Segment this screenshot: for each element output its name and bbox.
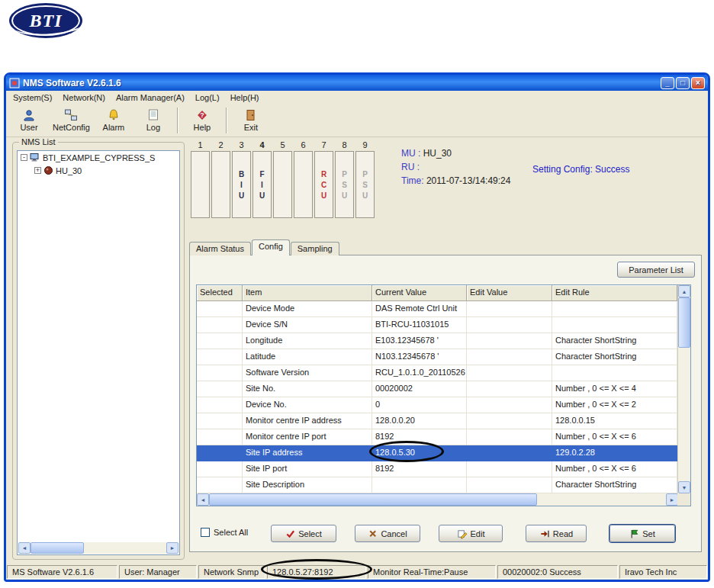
table-row[interactable]: Site IP address128.0.5.30129.0.2.28 xyxy=(197,445,677,461)
slot-card-8[interactable]: PSU xyxy=(335,151,354,218)
ru-label: RU : xyxy=(401,162,420,172)
scrollbar-thumb[interactable] xyxy=(31,542,84,554)
column-header-current-value[interactable]: Current Value xyxy=(372,285,467,301)
table-row[interactable]: Site DescriptionCharacter ShortString xyxy=(197,477,677,493)
table-cell-current: N103.12345678 ' xyxy=(372,349,467,365)
table-cell-edit_rule: 128.0.0.15 xyxy=(552,413,677,429)
table-cell-current: RCU_1.0.1.0_20110526 xyxy=(372,365,467,381)
slot-card-9[interactable]: PSU xyxy=(355,151,375,218)
scroll-left-arrow[interactable]: ◄ xyxy=(18,542,31,554)
cancel-button[interactable]: Cancel xyxy=(355,525,420,542)
tree-node-hu30[interactable]: + HU_30 xyxy=(18,164,179,177)
slot-card-7[interactable]: RCU xyxy=(314,151,333,218)
table-row[interactable]: LongitudeE103.12345678 'Character ShortS… xyxy=(197,333,677,349)
column-header-item[interactable]: Item xyxy=(243,285,372,301)
table-cell-current xyxy=(372,477,467,493)
scroll-right-arrow[interactable]: ► xyxy=(166,542,178,554)
menu-bar[interactable]: System(S)Network(N)Alarm Manager(A)Log(L… xyxy=(6,91,708,104)
status-last-result: 00020002:0 Success xyxy=(497,565,618,579)
menu-item-alarm-manager[interactable]: Alarm Manager(A) xyxy=(111,92,190,103)
toolbar-alarm-button[interactable]: Alarm xyxy=(94,105,133,136)
log-icon xyxy=(146,108,160,122)
table-row[interactable]: Device ModeDAS Remote Ctrl Unit xyxy=(197,301,677,317)
tree-horizontal-scrollbar[interactable]: ◄ ► xyxy=(18,542,178,554)
nms-tree[interactable]: - BTI_EXAMPLE_CYPRESS_S + HU_30 ◄ xyxy=(17,150,180,555)
select-button[interactable]: Select xyxy=(271,525,336,542)
tree-node-root[interactable]: - BTI_EXAMPLE_CYPRESS_S xyxy=(18,151,179,164)
toolbar-user-button[interactable]: User xyxy=(9,105,49,136)
tab-alarm-status[interactable]: Alarm Status xyxy=(189,242,251,255)
set-button[interactable]: Set xyxy=(609,525,675,542)
expand-icon[interactable]: + xyxy=(34,167,41,174)
toolbar: User NetConfig Alarm Log xyxy=(6,104,708,137)
select-all-label: Select All xyxy=(214,528,248,537)
menu-item-network[interactable]: Network(N) xyxy=(57,92,111,103)
check-icon xyxy=(285,529,295,538)
table-row[interactable]: Site No.00020002Number , 0 <= X <= 4 xyxy=(197,381,677,397)
table-vertical-scrollbar[interactable]: ▲ ▼ xyxy=(677,285,690,493)
column-header-edit-value[interactable]: Edit Value xyxy=(467,285,552,301)
toolbar-separator xyxy=(177,108,178,133)
scroll-right-arrow[interactable]: ► xyxy=(666,493,678,506)
column-header-selected[interactable]: Selected xyxy=(197,285,243,301)
scroll-up-arrow[interactable]: ▲ xyxy=(678,285,690,297)
table-row[interactable]: LatitudeN103.12345678 'Character ShortSt… xyxy=(197,349,677,365)
table-cell-item: Site No. xyxy=(243,381,372,397)
slot-card-5[interactable] xyxy=(273,151,292,218)
edit-button[interactable]: Edit xyxy=(439,525,503,542)
toolbar-netconfig-button[interactable]: NetConfig xyxy=(49,105,94,136)
table-cell-edit_value xyxy=(467,365,552,381)
scroll-down-arrow[interactable]: ▼ xyxy=(678,481,690,493)
slot-letter: P xyxy=(342,170,347,178)
slot-card-3[interactable]: BIU xyxy=(232,151,251,218)
title-bar[interactable]: NMS Software V2.6.1.6 _ □ × xyxy=(6,75,708,91)
tab-sampling[interactable]: Sampling xyxy=(291,242,339,255)
table-cell-item: Latitude xyxy=(243,349,372,365)
toolbar-help-button[interactable]: ? Help xyxy=(182,105,222,136)
menu-item-log[interactable]: Log(L) xyxy=(190,92,225,103)
minimize-button[interactable]: _ xyxy=(661,77,674,89)
table-cell-current: 8192 xyxy=(372,461,467,477)
maximize-button[interactable]: □ xyxy=(676,77,690,89)
table-row[interactable]: Device S/NBTI-RCU-11031015 xyxy=(197,317,677,333)
nms-list-label: NMS List xyxy=(19,137,58,146)
table-horizontal-scrollbar[interactable]: ◄ ► xyxy=(197,493,678,506)
table-cell-edit_value xyxy=(467,461,552,477)
slot-number: 5 xyxy=(273,140,292,149)
table-row[interactable]: Site IP port8192Number , 0 <= X <= 6 xyxy=(197,461,677,477)
slot-card-4[interactable]: FIU xyxy=(252,151,272,218)
table-cell-selected xyxy=(197,429,243,445)
select-all-checkbox[interactable] xyxy=(201,528,210,537)
slot-card-6[interactable] xyxy=(294,151,313,218)
slot-card-2[interactable] xyxy=(211,151,230,218)
toolbar-exit-button[interactable]: Exit xyxy=(231,105,271,136)
scrollbar-track[interactable] xyxy=(678,348,690,481)
toolbar-log-button[interactable]: Log xyxy=(133,105,173,136)
table-cell-edit_rule: Character ShortString xyxy=(552,477,677,493)
table-row[interactable]: Monitor centre IP port8192Number , 0 <= … xyxy=(197,429,677,445)
table-row[interactable]: Software VersionRCU_1.0.1.0_20110526 xyxy=(197,365,677,381)
column-header-edit-rule[interactable]: Edit Rule xyxy=(552,285,677,301)
tab-config[interactable]: Config xyxy=(252,239,290,255)
table-row[interactable]: Device No.0Number , 0 <= X <= 2 xyxy=(197,397,677,413)
select-all-row[interactable]: Select All xyxy=(201,528,248,537)
scrollbar-thumb[interactable] xyxy=(678,297,690,348)
menu-item-system[interactable]: System(S) xyxy=(8,92,57,103)
close-button[interactable]: × xyxy=(691,77,705,89)
table-cell-edit_value xyxy=(467,381,552,397)
menu-item-help[interactable]: Help(H) xyxy=(225,92,265,103)
scroll-left-arrow[interactable]: ◄ xyxy=(197,493,209,506)
tree-root-label: BTI_EXAMPLE_CYPRESS_S xyxy=(43,153,155,162)
parameter-list-button[interactable]: Parameter List xyxy=(617,262,695,278)
table-cell-edit_rule: Number , 0 <= X <= 4 xyxy=(552,381,677,397)
time-line: Time: 2011-07-13/14:49:24 xyxy=(401,175,510,186)
table-row[interactable]: Monitor centre IP address128.0.0.20128.0… xyxy=(197,413,677,429)
slot-card-1[interactable] xyxy=(191,151,210,218)
table-cell-item: Software Version xyxy=(243,365,372,381)
read-button[interactable]: Read xyxy=(526,525,587,542)
collapse-icon[interactable]: - xyxy=(21,154,27,161)
slot-number: 4 xyxy=(252,140,272,149)
status-app-version: MS Software V2.6.1.6 xyxy=(7,565,117,579)
scrollbar-thumb[interactable] xyxy=(209,493,537,506)
table-cell-selected xyxy=(197,461,243,477)
